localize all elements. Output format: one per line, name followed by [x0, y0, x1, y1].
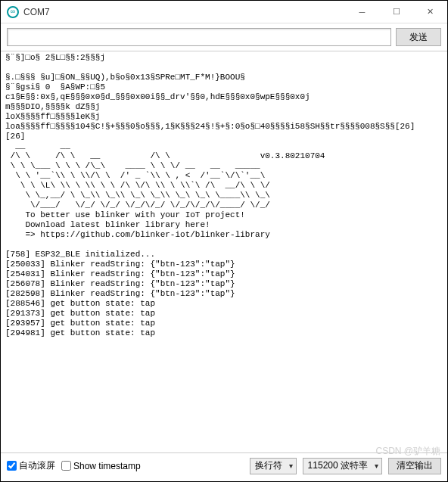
- maximize-button[interactable]: ☐: [379, 1, 413, 23]
- bottom-bar: 自动滚屏 Show timestamp 换行符 115200 波特率 清空输出: [1, 452, 447, 478]
- send-input[interactable]: [7, 28, 391, 46]
- window-controls: ─ ☐ ✕: [345, 1, 447, 23]
- autoscroll-checkbox[interactable]: [7, 461, 17, 471]
- timestamp-checkbox-wrap[interactable]: Show timestamp: [61, 461, 141, 471]
- arduino-icon: [7, 6, 19, 18]
- line-ending-select[interactable]: 换行符: [250, 458, 297, 474]
- timestamp-checkbox[interactable]: [61, 461, 71, 471]
- baud-rate-select[interactable]: 115200 波特率: [303, 458, 382, 474]
- close-button[interactable]: ✕: [413, 1, 447, 23]
- autoscroll-checkbox-wrap[interactable]: 自动滚屏: [7, 459, 55, 472]
- timestamp-label: Show timestamp: [73, 461, 141, 471]
- autoscroll-label: 自动滚屏: [19, 459, 55, 472]
- window-title: COM7: [23, 7, 345, 17]
- serial-console[interactable]: §¨§]□o§ 2§L□§§:2§§§j §.□§§§ §u]□§ON_§§UQ…: [1, 51, 447, 452]
- send-row: 发送: [1, 23, 447, 51]
- titlebar: COM7 ─ ☐ ✕: [1, 1, 447, 23]
- minimize-button[interactable]: ─: [345, 1, 379, 23]
- send-button[interactable]: 发送: [396, 28, 441, 46]
- clear-output-button[interactable]: 清空输出: [388, 458, 441, 474]
